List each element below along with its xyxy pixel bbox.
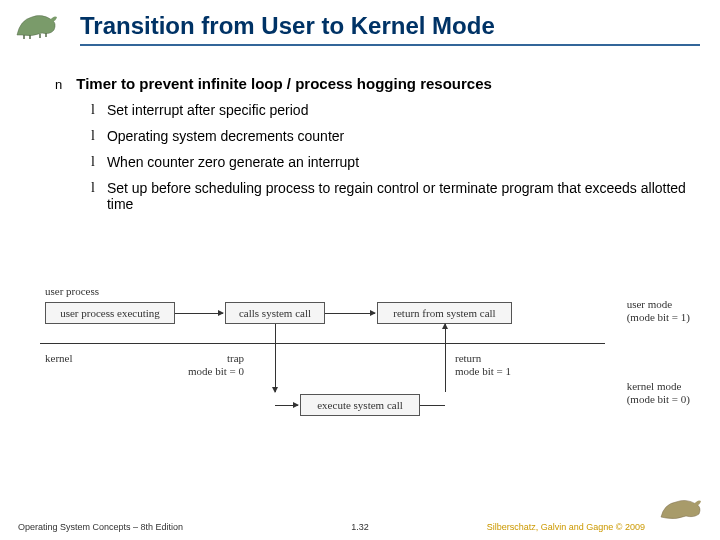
separator-line bbox=[40, 343, 605, 344]
sub-bullet-text: When counter zero generate an interrupt bbox=[107, 154, 359, 170]
bullet-marker: l bbox=[91, 180, 95, 212]
slide: Transition from User to Kernel Mode n Ti… bbox=[0, 0, 720, 540]
sub-bullet: l Operating system decrements counter bbox=[91, 128, 690, 144]
bullet-marker: n bbox=[55, 77, 62, 92]
text: (mode bit = 0) bbox=[627, 393, 690, 405]
diagram-label-trap: trap mode bit = 0 bbox=[188, 352, 244, 378]
text: mode bit = 0 bbox=[188, 365, 244, 377]
arrow-icon bbox=[325, 313, 375, 314]
bullet-marker: l bbox=[91, 128, 95, 144]
arrow-icon bbox=[175, 313, 223, 314]
mode-transition-diagram: user process user process executing call… bbox=[40, 280, 690, 450]
diagram-label-user-process: user process bbox=[45, 285, 99, 297]
text: trap bbox=[227, 352, 244, 364]
box-calls-system-call: calls system call bbox=[225, 302, 325, 324]
bullet-marker: l bbox=[91, 154, 95, 170]
bullet-marker: l bbox=[91, 102, 95, 118]
diagram-label-user-mode: user mode (mode bit = 1) bbox=[627, 298, 690, 324]
main-bullet-text: Timer to prevent infinite loop / process… bbox=[76, 75, 492, 92]
arrow-icon bbox=[275, 324, 276, 392]
sub-bullet-text: Operating system decrements counter bbox=[107, 128, 344, 144]
diagram-label-return: return mode bit = 1 bbox=[455, 352, 511, 378]
footer-center: 1.32 bbox=[351, 522, 369, 532]
footer-left: Operating System Concepts – 8th Edition bbox=[18, 522, 183, 532]
text: (mode bit = 1) bbox=[627, 311, 690, 323]
dinosaur-icon bbox=[658, 492, 708, 522]
main-bullet: n Timer to prevent infinite loop / proce… bbox=[55, 75, 690, 92]
text: user mode bbox=[627, 298, 673, 310]
diagram-label-kernel: kernel bbox=[45, 352, 72, 364]
sub-bullet: l Set interrupt after specific period bbox=[91, 102, 690, 118]
line bbox=[420, 405, 445, 406]
text: mode bit = 1 bbox=[455, 365, 511, 377]
content: n Timer to prevent infinite loop / proce… bbox=[55, 75, 690, 222]
diagram-label-kernel-mode: kernel mode (mode bit = 0) bbox=[627, 380, 690, 406]
footer-right: Silberschatz, Galvin and Gagne © 2009 bbox=[487, 522, 645, 532]
sub-bullet-text: Set interrupt after specific period bbox=[107, 102, 309, 118]
text: kernel mode bbox=[627, 380, 682, 392]
dinosaur-icon bbox=[12, 5, 62, 40]
sub-bullet: l When counter zero generate an interrup… bbox=[91, 154, 690, 170]
box-user-executing: user process executing bbox=[45, 302, 175, 324]
arrow-icon bbox=[275, 405, 298, 406]
slide-title: Transition from User to Kernel Mode bbox=[80, 12, 700, 46]
sub-bullet: l Set up before scheduling process to re… bbox=[91, 180, 690, 212]
sub-bullet-list: l Set interrupt after specific period l … bbox=[91, 102, 690, 212]
box-return-from-call: return from system call bbox=[377, 302, 512, 324]
text: return bbox=[455, 352, 481, 364]
box-execute-system-call: execute system call bbox=[300, 394, 420, 416]
arrow-icon bbox=[445, 324, 446, 392]
sub-bullet-text: Set up before scheduling process to rega… bbox=[107, 180, 690, 212]
